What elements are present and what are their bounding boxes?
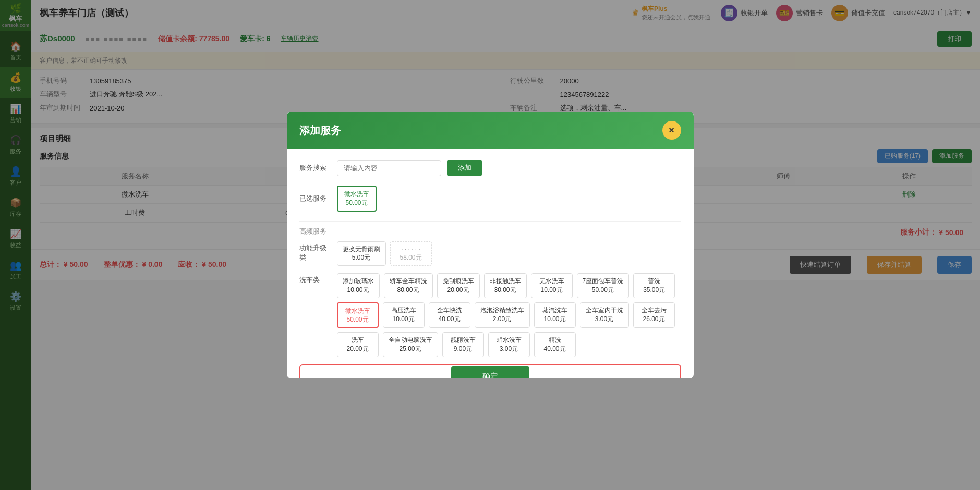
service-tag-name: 更换无骨雨刷: [343, 245, 380, 254]
service-tag-auto-wash[interactable]: 全自动电脑洗车 25.00元: [383, 332, 438, 357]
confirm-btn-wrap: 确定: [299, 364, 681, 378]
service-tag-bubble[interactable]: 泡泡浴精致洗车 2.00元: [475, 302, 530, 328]
service-tag-dots: · · · · · ·: [396, 245, 426, 254]
category-row-1: 功能升级类 更换无骨雨刷 5.00元 · · · · · · 58.00元: [299, 241, 681, 266]
modal-body: 服务搜索 添加 已选服务 微水洗车 50.00元 高频服务 功能升级类: [287, 149, 694, 378]
service-tag-decontaminate[interactable]: 全车去污 26.00元: [633, 302, 675, 328]
modal-overlay[interactable]: 添加服务 × 服务搜索 添加 已选服务 微水洗车 50.00元 高频服务: [0, 0, 980, 490]
service-tag-high-pressure[interactable]: 高压洗车 10.00元: [383, 302, 425, 328]
category1-grid: 更换无骨雨刷 5.00元 · · · · · · 58.00元: [337, 241, 681, 266]
category1-label: 功能升级类: [299, 241, 331, 262]
service-tag-micro-wash[interactable]: 微水洗车 50.00元: [337, 302, 379, 328]
category2-grid: 添加玻璃水 10.00元 轿车全车精洗 80.00元 免刮痕洗车 20.00元 …: [337, 273, 681, 357]
service-tag-wash[interactable]: 洗车 20.00元: [337, 332, 379, 357]
selected-service-tag[interactable]: 微水洗车 50.00元: [337, 186, 377, 212]
service-tag-detail-wash[interactable]: 精洗 40.00元: [534, 332, 576, 357]
add-service-modal: 添加服务 × 服务搜索 添加 已选服务 微水洗车 50.00元 高频服务: [287, 112, 694, 378]
category-row-2: 洗车类 添加玻璃水 10.00元 轿车全车精洗 80.00元 免刮痕洗车 20.…: [299, 273, 681, 357]
service-tag-glass-water[interactable]: 添加玻璃水 10.00元: [337, 273, 380, 298]
selected-label: 已选服务: [299, 194, 331, 203]
service-tag-waterless[interactable]: 无水洗车 10.00元: [531, 273, 573, 298]
modal-close-button[interactable]: ×: [662, 121, 681, 140]
service-tag-sedan-wash[interactable]: 轿车全车精洗 80.00元: [384, 273, 433, 298]
service-tag-wax-wash[interactable]: 蜡水洗车 3.00元: [488, 332, 530, 357]
service-tag-interior-dry[interactable]: 全车室内干洗 3.00元: [580, 302, 629, 328]
confirm-button[interactable]: 确定: [451, 366, 529, 378]
search-add-button[interactable]: 添加: [447, 160, 482, 176]
service-tag-scratch-free[interactable]: 免刮痕洗车 20.00元: [437, 273, 480, 298]
service-tag-basic-wash[interactable]: 普洗 35.00元: [633, 273, 675, 298]
search-row: 服务搜索 添加: [299, 160, 681, 176]
service-tag-contactless[interactable]: 非接触洗车 30.00元: [484, 273, 527, 298]
service-tag-beauty-wash[interactable]: 靓丽洗车 9.00元: [442, 332, 484, 357]
search-input[interactable]: [337, 160, 441, 176]
high-freq-title: 高频服务: [299, 227, 681, 236]
service-tag-dotted[interactable]: · · · · · · 58.00元: [390, 241, 432, 266]
selected-row: 已选服务 微水洗车 50.00元: [299, 186, 681, 212]
service-tag-price2: 58.00元: [396, 253, 426, 262]
service-tag-7seat[interactable]: 7座面包车普洗 50.00元: [577, 273, 630, 298]
modal-header: 添加服务 ×: [287, 112, 694, 149]
service-tag-price: 5.00元: [343, 253, 380, 262]
divider: [299, 221, 681, 222]
selected-service-price: 50.00元: [344, 199, 369, 207]
service-tag-quick-wash[interactable]: 全车快洗 40.00元: [429, 302, 470, 328]
search-label: 服务搜索: [299, 163, 331, 173]
selected-service-name: 微水洗车: [344, 190, 369, 199]
service-tag[interactable]: 更换无骨雨刷 5.00元: [337, 241, 386, 266]
category2-label: 洗车类: [299, 273, 331, 285]
service-tag-steam[interactable]: 蒸汽洗车 10.00元: [534, 302, 576, 328]
modal-title: 添加服务: [299, 124, 341, 138]
